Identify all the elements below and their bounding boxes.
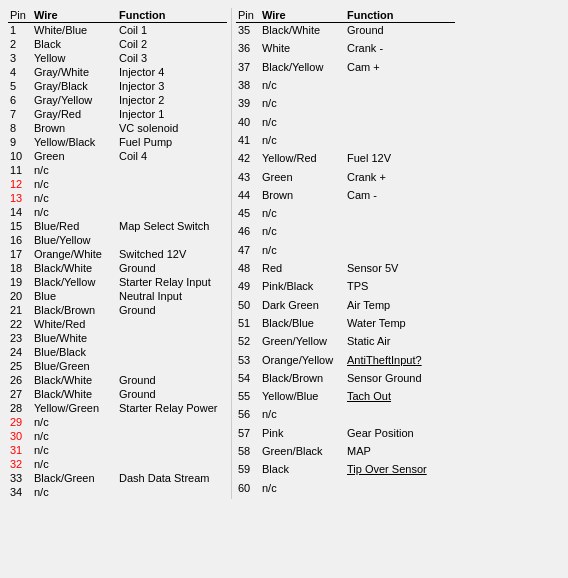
cell-wire: n/c	[260, 243, 345, 261]
cell-pin: 25	[8, 359, 32, 373]
cell-function: Injector 2	[117, 93, 227, 107]
cell-wire: n/c	[260, 115, 345, 133]
cell-wire: Black/Green	[32, 471, 117, 485]
cell-pin: 28	[8, 401, 32, 415]
table-row: 20BlueNeutral Input	[8, 289, 227, 303]
cell-pin: 42	[236, 151, 260, 169]
table-row: 26Black/WhiteGround	[8, 373, 227, 387]
cell-function: Neutral Input	[117, 289, 227, 303]
cell-pin: 46	[236, 224, 260, 242]
table-row: 56n/c	[236, 407, 455, 425]
cell-pin: 7	[8, 107, 32, 121]
cell-pin: 10	[8, 149, 32, 163]
right-pin-table: Pin Wire Function 35Black/WhiteGround36W…	[236, 8, 455, 499]
table-row: 50Dark GreenAir Temp	[236, 298, 455, 316]
cell-function	[117, 345, 227, 359]
cell-pin: 9	[8, 135, 32, 149]
cell-function: Tach Out	[345, 389, 455, 407]
cell-pin: 44	[236, 188, 260, 206]
cell-function: Sensor Ground	[345, 371, 455, 389]
cell-function: Fuel Pump	[117, 135, 227, 149]
table-row: 53Orange/YellowAntiTheftInput?	[236, 353, 455, 371]
left-header-wire: Wire	[32, 8, 117, 23]
cell-wire: n/c	[260, 206, 345, 224]
cell-function: Coil 4	[117, 149, 227, 163]
table-row: 19Black/YellowStarter Relay Input	[8, 275, 227, 289]
cell-wire: Green	[260, 170, 345, 188]
cell-wire: Black/Yellow	[260, 60, 345, 78]
cell-function: Static Air	[345, 334, 455, 352]
cell-wire: n/c	[32, 457, 117, 471]
cell-wire: Black	[260, 462, 345, 480]
right-header-pin: Pin	[236, 8, 260, 23]
table-row: 55Yellow/BlueTach Out	[236, 389, 455, 407]
cell-function	[117, 485, 227, 499]
cell-pin: 20	[8, 289, 32, 303]
table-row: 41n/c	[236, 133, 455, 151]
table-row: 2BlackCoil 2	[8, 37, 227, 51]
cell-wire: Pink	[260, 426, 345, 444]
cell-function: Crank +	[345, 170, 455, 188]
table-row: 16Blue/Yellow	[8, 233, 227, 247]
cell-wire: Black/White	[32, 261, 117, 275]
cell-function	[345, 96, 455, 114]
cell-function: MAP	[345, 444, 455, 462]
cell-pin: 43	[236, 170, 260, 188]
table-row: 49Pink/BlackTPS	[236, 279, 455, 297]
table-row: 51Black/BlueWater Temp	[236, 316, 455, 334]
cell-pin: 35	[236, 23, 260, 42]
table-row: 44BrownCam -	[236, 188, 455, 206]
cell-function: Fuel 12V	[345, 151, 455, 169]
cell-function: Crank -	[345, 41, 455, 59]
cell-wire: White/Red	[32, 317, 117, 331]
cell-pin: 29	[8, 415, 32, 429]
table-row: 4Gray/WhiteInjector 4	[8, 65, 227, 79]
table-row: 45n/c	[236, 206, 455, 224]
cell-pin: 22	[8, 317, 32, 331]
cell-function	[117, 457, 227, 471]
table-row: 6Gray/YellowInjector 2	[8, 93, 227, 107]
cell-pin: 40	[236, 115, 260, 133]
cell-pin: 18	[8, 261, 32, 275]
cell-pin: 8	[8, 121, 32, 135]
table-row: 5Gray/BlackInjector 3	[8, 79, 227, 93]
cell-pin: 6	[8, 93, 32, 107]
cell-function	[117, 177, 227, 191]
cell-function	[345, 115, 455, 133]
cell-pin: 54	[236, 371, 260, 389]
cell-function: Cam +	[345, 60, 455, 78]
table-row: 47n/c	[236, 243, 455, 261]
cell-function	[345, 407, 455, 425]
cell-pin: 32	[8, 457, 32, 471]
cell-wire: Brown	[260, 188, 345, 206]
cell-function	[117, 163, 227, 177]
cell-pin: 23	[8, 331, 32, 345]
table-row: 10GreenCoil 4	[8, 149, 227, 163]
cell-pin: 30	[8, 429, 32, 443]
left-header-pin: Pin	[8, 8, 32, 23]
cell-function	[345, 224, 455, 242]
cell-wire: n/c	[32, 163, 117, 177]
cell-function: Water Temp	[345, 316, 455, 334]
table-row: 52Green/YellowStatic Air	[236, 334, 455, 352]
cell-function: Ground	[117, 387, 227, 401]
cell-pin: 45	[236, 206, 260, 224]
cell-pin: 38	[236, 78, 260, 96]
cell-wire: Yellow/Red	[260, 151, 345, 169]
cell-function: Injector 1	[117, 107, 227, 121]
cell-function	[345, 206, 455, 224]
cell-wire: n/c	[32, 177, 117, 191]
cell-function	[345, 133, 455, 151]
cell-function: Injector 4	[117, 65, 227, 79]
cell-function: Ground	[117, 303, 227, 317]
cell-function	[345, 481, 455, 499]
table-row: 35Black/WhiteGround	[236, 23, 455, 42]
table-row: 34n/c	[8, 485, 227, 499]
table-row: 39n/c	[236, 96, 455, 114]
cell-function: Starter Relay Power	[117, 401, 227, 415]
cell-wire: Yellow/Black	[32, 135, 117, 149]
cell-function: Ground	[345, 23, 455, 42]
cell-pin: 4	[8, 65, 32, 79]
cell-function	[117, 331, 227, 345]
cell-pin: 53	[236, 353, 260, 371]
